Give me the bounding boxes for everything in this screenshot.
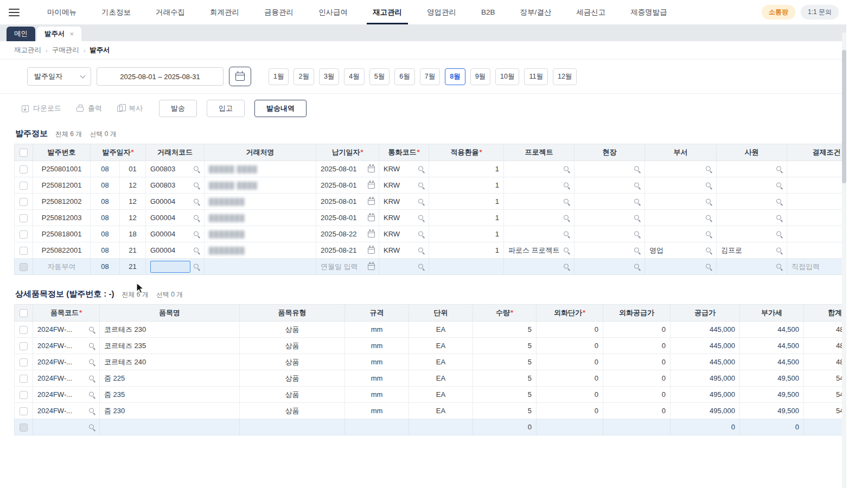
exchange-rate-cell[interactable]: 1 (429, 242, 504, 259)
item-type-cell[interactable]: 상품 (240, 322, 345, 338)
nav-item[interactable]: 장부/결산 (508, 0, 564, 24)
order-row[interactable]: P2508010010801G00803█████ ████2025-08-01… (15, 161, 844, 177)
row-checkbox[interactable] (20, 342, 28, 350)
order-month-cell[interactable]: 08 (91, 161, 120, 177)
search-icon[interactable] (193, 182, 200, 189)
exchange-rate-cell[interactable] (429, 259, 504, 275)
spec-cell[interactable]: mm (345, 370, 409, 387)
employee-cell[interactable] (717, 161, 787, 177)
currency-cell[interactable] (379, 259, 429, 275)
nav-item[interactable]: B2B (469, 0, 508, 24)
vat-cell[interactable]: 49,500 (740, 403, 804, 419)
search-icon[interactable] (193, 165, 200, 172)
vat-cell[interactable]: 44,500 (740, 354, 804, 370)
site-cell[interactable] (575, 226, 645, 242)
inquiry-badge[interactable]: 1:1 문의 (801, 5, 839, 20)
calendar-icon[interactable] (368, 215, 375, 221)
currency-cell[interactable]: KRW (379, 194, 429, 210)
supply-price-cell[interactable]: 0 (671, 419, 740, 435)
fc-unit-price-cell[interactable]: 0 (537, 322, 603, 338)
item-type-cell[interactable]: 상품 (240, 403, 345, 419)
order-month-cell[interactable]: 08 (91, 226, 120, 242)
fc-supply-cell[interactable] (603, 419, 671, 435)
vat-cell[interactable]: 44,500 (740, 338, 804, 354)
vendor-code-cell[interactable]: G00803 (146, 161, 205, 177)
column-header[interactable]: 공급가 (671, 305, 740, 322)
payment-terms-cell[interactable] (787, 194, 844, 210)
site-cell[interactable] (575, 161, 645, 177)
vendor-code-input[interactable] (150, 261, 190, 273)
vat-cell[interactable]: 0 (740, 419, 804, 435)
nav-item[interactable]: 금융관리 (252, 0, 306, 24)
search-icon[interactable] (634, 198, 641, 205)
breadcrumb-item[interactable]: 재고관리 (14, 46, 41, 55)
due-date-cell[interactable]: 2025-08-01 (316, 161, 379, 177)
fc-unit-price-cell[interactable]: 0 (537, 387, 603, 403)
due-date-cell[interactable]: 2025-08-01 (316, 194, 379, 210)
month-button[interactable]: 10월 (495, 68, 519, 85)
column-header[interactable]: 수량* (473, 305, 537, 322)
search-icon[interactable] (634, 230, 641, 237)
search-icon[interactable] (88, 342, 95, 349)
row-checkbox[interactable] (20, 230, 28, 239)
supply-price-cell[interactable]: 495,000 (671, 387, 740, 403)
tab-home[interactable]: 메인 (7, 27, 35, 41)
row-checkbox[interactable] (20, 326, 28, 334)
send-history-button[interactable]: 발송내역 (254, 100, 307, 117)
department-cell[interactable]: 영업 (645, 242, 717, 259)
item-row[interactable]: 2024FW-...줌 225상품mmEA500495,00049,500544… (15, 370, 844, 387)
fc-supply-cell[interactable]: 0 (603, 370, 671, 387)
item-code-cell[interactable]: 2024FW-... (33, 338, 100, 354)
vendor-code-cell[interactable] (146, 259, 205, 275)
month-button[interactable]: 2월 (293, 68, 314, 85)
column-header[interactable]: 품목코드* (33, 305, 100, 322)
due-date-cell[interactable]: 연월일 입력 (316, 259, 379, 275)
tab-purchase-order[interactable]: 발주서 × (37, 27, 81, 41)
vendor-code-cell[interactable]: G00004 (146, 242, 205, 259)
order-month-cell[interactable]: 08 (91, 177, 120, 194)
search-icon[interactable] (418, 230, 425, 237)
column-header[interactable]: 납기일자* (316, 144, 379, 161)
column-header[interactable]: 규격 (345, 305, 409, 322)
quantity-cell[interactable]: 5 (473, 370, 537, 387)
tab-close-icon[interactable]: × (70, 30, 74, 38)
item-name-cell[interactable]: 줌 235 (100, 387, 240, 403)
item-row[interactable]: 2024FW-...코르테즈 240상품mmEA500445,00044,500… (15, 354, 844, 370)
quantity-cell[interactable]: 5 (473, 338, 537, 354)
exchange-rate-cell[interactable]: 1 (429, 177, 504, 194)
payment-terms-cell[interactable] (787, 161, 844, 177)
employee-cell[interactable] (717, 210, 787, 226)
calendar-icon[interactable] (368, 264, 375, 270)
search-icon[interactable] (563, 165, 570, 172)
fc-unit-price-cell[interactable]: 0 (537, 354, 603, 370)
column-header[interactable]: 통화코드* (379, 144, 429, 161)
search-icon[interactable] (634, 214, 641, 221)
vat-cell[interactable]: 44,500 (740, 322, 804, 338)
currency-cell[interactable]: KRW (379, 226, 429, 242)
supply-price-cell[interactable]: 495,000 (671, 370, 740, 387)
search-icon[interactable] (776, 182, 783, 189)
search-icon[interactable] (563, 182, 570, 189)
row-checkbox[interactable] (20, 391, 28, 399)
search-icon[interactable] (634, 263, 641, 270)
search-icon[interactable] (563, 230, 570, 237)
nav-item[interactable]: 제증명발급 (618, 0, 680, 24)
vendor-code-cell[interactable]: G00004 (146, 210, 205, 226)
search-icon[interactable] (705, 198, 712, 205)
vertical-scrollbar[interactable] (842, 33, 846, 488)
vendor-name-cell[interactable]: ███████ (205, 194, 316, 210)
column-header[interactable]: 거래처명 (205, 144, 316, 161)
project-cell[interactable] (504, 161, 575, 177)
fc-supply-cell[interactable]: 0 (603, 338, 671, 354)
search-icon[interactable] (418, 182, 425, 189)
quantity-cell[interactable]: 5 (473, 322, 537, 338)
search-icon[interactable] (193, 230, 200, 237)
search-icon[interactable] (705, 182, 712, 189)
order-day-cell[interactable]: 12 (120, 194, 146, 210)
employee-cell[interactable]: 김프로 (717, 242, 787, 259)
column-header[interactable]: 발주번호 (33, 144, 91, 161)
row-checkbox[interactable] (20, 247, 28, 255)
nav-item[interactable]: 세금신고 (564, 0, 618, 24)
order-row[interactable]: P2508120010812G00803█████ ████2025-08-01… (15, 177, 844, 194)
quantity-cell[interactable]: 5 (473, 354, 537, 370)
